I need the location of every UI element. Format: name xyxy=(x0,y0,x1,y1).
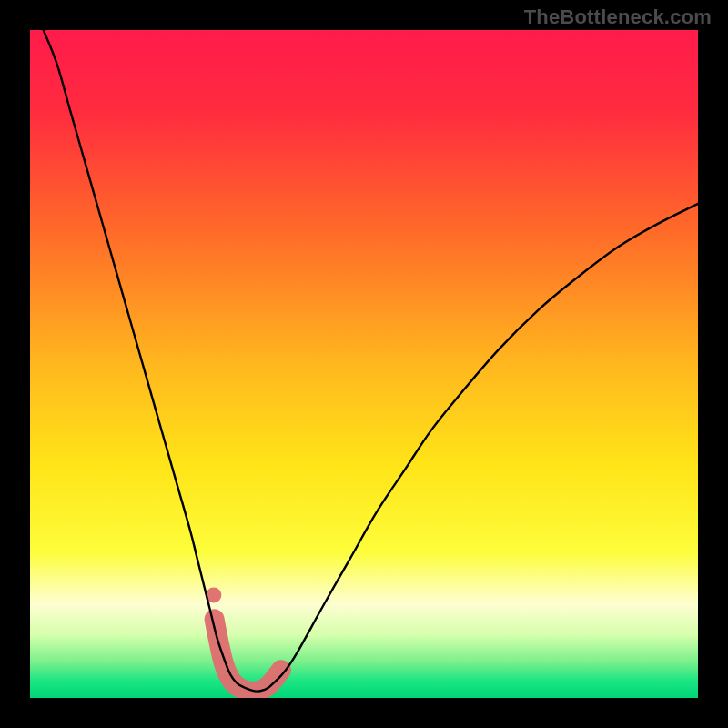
chart-frame: TheBottleneck.com xyxy=(0,0,728,728)
watermark-text: TheBottleneck.com xyxy=(524,5,712,29)
chart-svg xyxy=(30,30,698,698)
plot-area xyxy=(30,30,698,698)
gradient-background xyxy=(30,30,698,698)
